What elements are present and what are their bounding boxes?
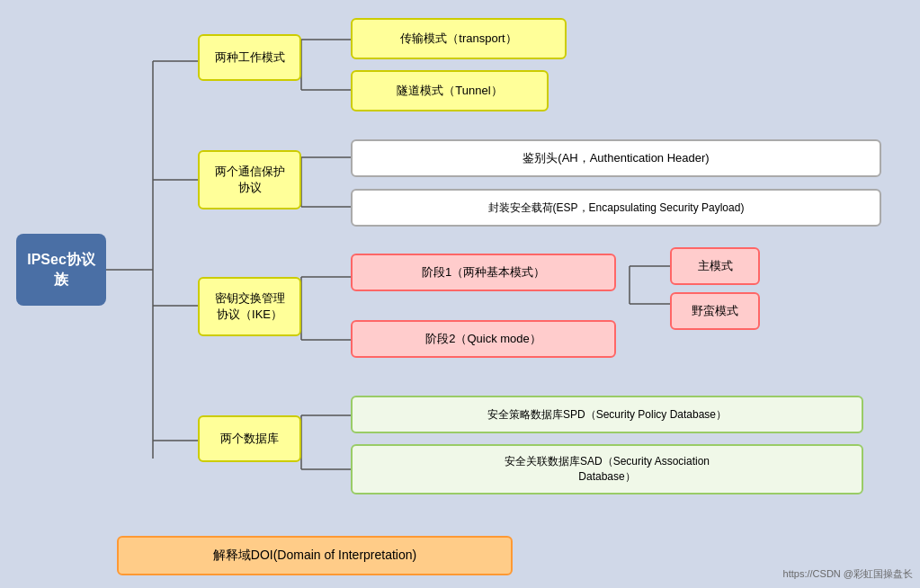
l2-node-3: 鉴别头(AH，Authentication Header): [351, 139, 881, 177]
l2-node-1: 传输模式（transport）: [351, 18, 567, 59]
l2-node-2: 隧道模式（Tunnel）: [351, 70, 549, 111]
l1-node-1: 两种工作模式: [198, 34, 301, 81]
l2-node-8: 安全关联数据库SAD（Security Association Database…: [351, 444, 863, 494]
l3-node-2: 野蛮模式: [670, 292, 760, 330]
l1-node-2: 两个通信保护 协议: [198, 150, 301, 209]
l2-node-6: 阶段2（Quick mode）: [351, 320, 616, 358]
l2-node-4: 封装安全载荷(ESP，Encapsulating Security Payloa…: [351, 189, 881, 227]
l3-node-1: 主模式: [670, 247, 760, 285]
watermark: https://CSDN @彩虹国操盘长: [783, 567, 913, 581]
l2-node-7: 安全策略数据库SPD（Security Policy Database）: [351, 396, 863, 433]
l2-node-5: 阶段1（两种基本模式）: [351, 254, 616, 291]
diagram: IPSec协议族 两种工作模式 两个通信保护 协议 密钥交换管理 协议（IKE）…: [0, 0, 920, 588]
l1-node-3: 密钥交换管理 协议（IKE）: [198, 277, 301, 336]
l1-node-4: 两个数据库: [198, 415, 301, 462]
root-node: IPSec协议族: [16, 234, 106, 306]
root-label: IPSec协议族: [25, 250, 97, 290]
bottom-node: 解释域DOI(Domain of Interpretation): [117, 536, 513, 575]
